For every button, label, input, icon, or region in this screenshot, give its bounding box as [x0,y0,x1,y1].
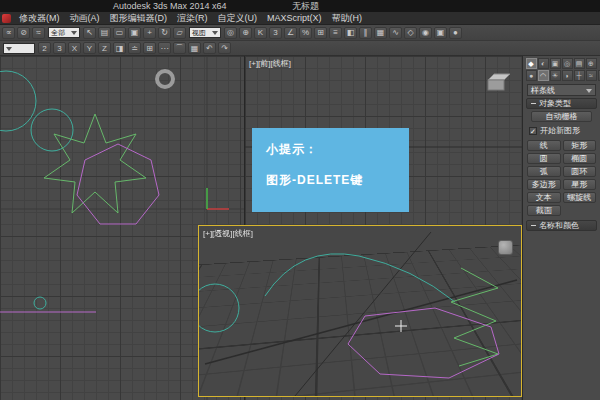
curve-editor-icon[interactable]: ∿ [389,27,402,39]
shape-button-4[interactable]: 椭圆 [563,153,597,164]
shape-button-3[interactable]: 圆 [527,153,561,164]
spline-category-dropdown[interactable]: 样条线 [527,84,596,96]
spinner-snap-icon[interactable]: ⊞ [314,27,327,39]
select-object-icon[interactable]: ↖ [83,27,96,39]
mirror-icon[interactable]: ◧ [344,27,357,39]
percent-snap-icon[interactable]: % [299,27,312,39]
mirror-tool-icon[interactable]: ◨ [113,42,126,54]
lights-subtab-icon[interactable]: ☀ [550,70,561,81]
shape-button-5[interactable]: 弧 [527,166,561,177]
snaps-3d-icon[interactable]: 3 [53,42,66,54]
perspective-canvas [199,226,521,396]
autogrid-button[interactable]: 自动栅格 [531,111,592,122]
shape-button-6[interactable]: 圆环 [563,166,597,177]
hierarchy-tab-icon[interactable]: ▣ [550,58,561,69]
viewcube-home-icon[interactable] [498,240,513,255]
align-tool-icon[interactable]: ≐ [128,42,141,54]
shape-button-11[interactable]: 截面 [527,205,561,216]
menu-item-0[interactable]: 修改器(M) [14,12,65,25]
application-menu-icon[interactable] [2,14,11,23]
spline-circle-small[interactable] [31,109,73,151]
menu-item-4[interactable]: 自定义(U) [213,12,263,25]
shape-button-2[interactable]: 矩形 [563,140,597,151]
viewport-perspective-label[interactable]: [+][透视][线框] [203,228,253,239]
reference-coordinate-dropdown[interactable]: 视图 [189,27,221,38]
space-warps-subtab-icon[interactable]: ≈ [586,70,597,81]
spline-polygon-persp[interactable] [348,308,499,378]
viewport-front-label[interactable]: [+][前][线框] [249,58,291,69]
axis-x-icon[interactable]: X [68,42,81,54]
menu-item-1[interactable]: 动画(A) [65,12,105,25]
hint-title: 小提示： [266,141,318,158]
motion-tab-icon[interactable]: ◎ [562,58,573,69]
view-undo-icon[interactable]: ↶ [203,42,216,54]
use-pivot-center-icon[interactable]: ◎ [224,27,237,39]
menu-item-3[interactable]: 渲染(R) [172,12,213,25]
align-icon[interactable]: ∥ [359,27,372,39]
menu-item-6[interactable]: 帮助(H) [327,12,368,25]
select-and-link-icon[interactable]: ∝ [2,27,15,39]
layer-list-dropdown[interactable] [3,43,35,54]
modify-tab-icon[interactable]: ◐ [538,58,549,69]
angle-snap-icon[interactable]: ∠ [284,27,297,39]
utilities-tab-icon[interactable]: ⊕ [586,58,597,69]
rectangular-selection-icon[interactable]: ▭ [113,27,126,39]
shape-button-10[interactable]: 螺旋线 [563,192,597,203]
viewport-perspective[interactable]: [+][透视][线框] [198,225,522,397]
measure-icon[interactable]: ⌒ [173,42,186,54]
spline-circle-persp[interactable] [199,284,239,332]
start-new-shape-row: ✓ 开始新图形 [523,123,600,138]
mouse-crosshair-cursor [395,320,407,332]
spline-circle[interactable] [0,71,36,131]
geometry-subtab-icon[interactable]: ● [526,70,537,81]
spacing-tool-icon[interactable]: ⋯ [158,42,171,54]
unlink-selection-icon[interactable]: ⊘ [17,27,30,39]
shapes-subtab-icon[interactable]: ◠ [538,70,549,81]
layer-manager-icon[interactable]: ▦ [374,27,387,39]
spline-arc-persp[interactable] [265,254,455,302]
select-by-name-icon[interactable]: ▤ [98,27,111,39]
grid-toggle-icon[interactable]: ▦ [188,42,201,54]
shape-button-1[interactable]: 线 [527,140,561,151]
snaps-2d-icon[interactable]: 2 [38,42,51,54]
spline-star-persp[interactable] [451,268,498,366]
menu-item-5[interactable]: MAXScript(X) [262,12,327,25]
named-selection-sets-icon[interactable]: ≡ [329,27,342,39]
box-object-top[interactable] [488,74,510,80]
select-and-move-icon[interactable]: + [143,27,156,39]
box-object-front[interactable] [488,80,504,90]
bind-to-space-warp-icon[interactable]: ≈ [32,27,45,39]
keyboard-override-icon[interactable]: K [254,27,267,39]
axis-z-icon[interactable]: Z [98,42,111,54]
shape-button-8[interactable]: 星形 [563,179,597,190]
shape-button-9[interactable]: 文本 [527,192,561,203]
start-new-shape-checkbox[interactable]: ✓ [529,127,537,135]
axis-y-icon[interactable]: Y [83,42,96,54]
helpers-subtab-icon[interactable]: ┼ [574,70,585,81]
display-tab-icon[interactable]: ▤ [574,58,585,69]
window-crossing-icon[interactable]: ▣ [128,27,141,39]
shape-button-7[interactable]: 多边形 [527,179,561,190]
array-tool-icon[interactable]: ⊞ [143,42,156,54]
spline-donut[interactable] [157,71,173,87]
snaps-toggle-icon[interactable]: 3 [269,27,282,39]
name-color-rollout-label: 名称和颜色 [539,220,579,231]
selection-filter-dropdown[interactable]: 全部 [48,27,80,38]
view-redo-icon[interactable]: ↷ [218,42,231,54]
render-setup-icon[interactable]: ▣ [434,27,447,39]
name-color-rollout[interactable]: 名称和颜色 [526,220,597,231]
title-bar[interactable]: Autodesk 3ds Max 2014 x64 无标题 [0,0,600,12]
spline-star[interactable] [44,114,146,213]
create-tab-icon[interactable]: ◆ [526,58,537,69]
object-type-rollout[interactable]: 对象类型 [526,98,597,109]
cameras-subtab-icon[interactable]: ◗ [562,70,573,81]
create-subtabs: ●◠☀◗┼≈◈ [523,69,600,81]
schematic-view-icon[interactable]: ◇ [404,27,417,39]
select-and-manipulate-icon[interactable]: ⊕ [239,27,252,39]
select-and-rotate-icon[interactable]: ↻ [158,27,171,39]
spline-tiny-circle[interactable] [34,297,46,309]
material-editor-icon[interactable]: ◉ [419,27,432,39]
render-icon[interactable]: ● [449,27,462,39]
menu-item-2[interactable]: 图形编辑器(D) [105,12,173,25]
select-and-scale-icon[interactable]: ▱ [173,27,186,39]
